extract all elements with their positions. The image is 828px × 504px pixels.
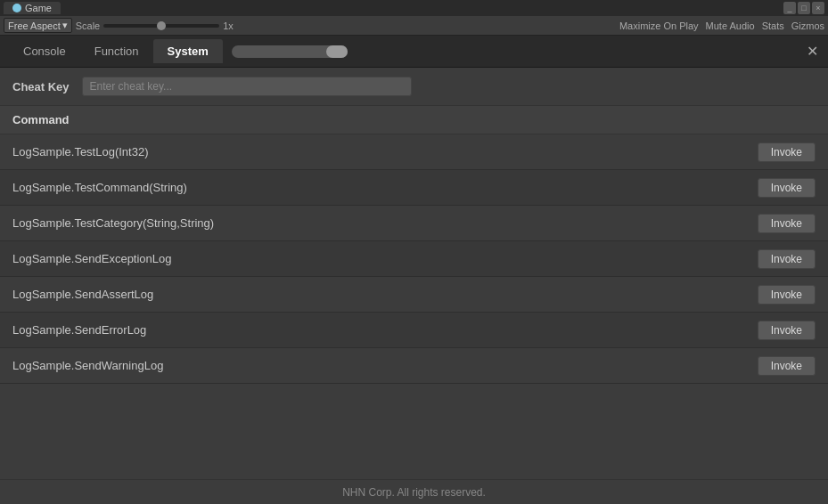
maximize-button[interactable]: □ [798,2,810,14]
panel-close-button[interactable]: ✕ [803,43,821,61]
table-row: LogSample.SendExceptionLogInvoke [0,241,828,277]
window-controls: _ □ × [783,2,824,14]
footer-text: NHN Corp. All rights reserved. [342,486,486,499]
chevron-down-icon: ▾ [62,20,68,31]
command-name: LogSample.SendErrorLog [12,323,146,337]
footer: NHN Corp. All rights reserved. [0,479,828,504]
tab-bar: Console Function System ✕ [0,36,828,68]
command-name: LogSample.SendExceptionLog [12,252,172,265]
cheat-key-label: Cheat Key [12,80,70,93]
scale-control: Scale 1x [76,20,234,31]
unity-icon [12,4,21,12]
toolbar: Free Aspect ▾ Scale 1x Maximize On Play … [0,16,828,36]
command-name: LogSample.TestCategory(String,String) [12,216,214,230]
tab-console[interactable]: Console [9,39,80,63]
table-row: LogSample.TestCommand(String)Invoke [0,170,828,206]
game-tab[interactable]: Game [4,2,61,14]
tab-label: Game [25,3,52,13]
cheat-key-input[interactable] [82,77,412,96]
invoke-button[interactable]: Invoke [758,142,816,162]
command-name: LogSample.TestLog(Int32) [12,145,148,159]
aspect-label: Free Aspect [8,20,61,31]
scale-label: Scale [76,20,101,31]
minimize-button[interactable]: _ [783,2,796,14]
table-row: LogSample.TestLog(Int32)Invoke [0,134,828,170]
scale-slider-thumb [157,21,166,30]
tab-function[interactable]: Function [80,39,153,63]
scale-value: 1x [223,20,234,31]
tab-slider-thumb [326,45,348,58]
table-row: LogSample.SendWarningLogInvoke [0,348,828,384]
invoke-button[interactable]: Invoke [758,214,816,233]
table-row: LogSample.SendAssertLogInvoke [0,277,828,313]
invoke-button[interactable]: Invoke [758,249,816,269]
command-name: LogSample.SendWarningLog [12,359,163,372]
command-list: LogSample.TestLog(Int32)InvokeLogSample.… [0,134,828,479]
tab-slider-container [232,45,819,58]
maximize-on-play[interactable]: Maximize On Play [619,20,699,31]
tab-slider[interactable] [232,45,348,58]
title-bar: Game _ □ × [0,0,828,16]
aspect-dropdown[interactable]: Free Aspect ▾ [4,18,72,33]
scale-slider[interactable] [103,24,219,28]
stats-button[interactable]: Stats [762,20,784,31]
tab-system[interactable]: System [153,39,223,63]
invoke-button[interactable]: Invoke [758,321,816,340]
main-content: Console Function System ✕ Cheat Key Comm… [0,36,828,504]
cheat-key-row: Cheat Key [0,68,828,106]
gizmos-button[interactable]: Gizmos [791,20,824,31]
toolbar-right: Maximize On Play Mute Audio Stats Gizmos [619,20,824,31]
mute-audio[interactable]: Mute Audio [706,20,755,31]
command-header: Command [0,106,828,134]
invoke-button[interactable]: Invoke [758,356,816,376]
command-name: LogSample.SendAssertLog [12,288,153,301]
command-name: LogSample.TestCommand(String) [12,181,187,194]
invoke-button[interactable]: Invoke [758,178,816,198]
table-row: LogSample.TestCategory(String,String)Inv… [0,206,828,241]
table-row: LogSample.SendErrorLogInvoke [0,313,828,348]
toolbar-left: Free Aspect ▾ [4,18,72,33]
invoke-button[interactable]: Invoke [758,285,816,305]
close-window-button[interactable]: × [812,2,824,14]
